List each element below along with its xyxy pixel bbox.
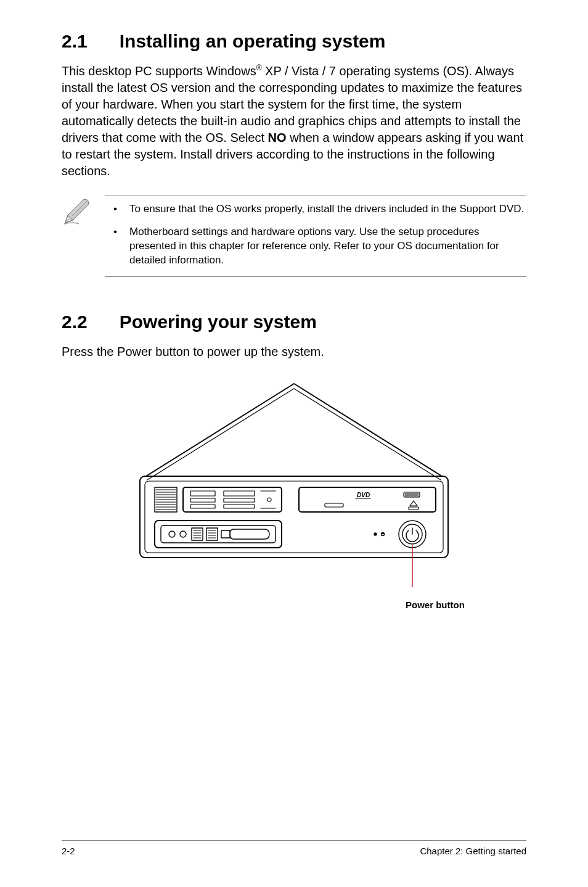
svg-rect-25 bbox=[299, 487, 436, 512]
section-number: 2.1 bbox=[62, 31, 88, 52]
section-number: 2.2 bbox=[62, 311, 88, 332]
svg-rect-38 bbox=[192, 528, 203, 540]
svg-rect-21 bbox=[224, 505, 255, 508]
section-1-body: This desktop PC supports Windows® XP / V… bbox=[62, 63, 526, 179]
svg-rect-17 bbox=[190, 498, 215, 502]
svg-rect-3 bbox=[140, 476, 448, 558]
svg-point-37 bbox=[180, 531, 186, 537]
note-item: To ensure that the OS works properly, in… bbox=[105, 202, 526, 217]
svg-point-49 bbox=[374, 533, 377, 535]
power-button-label: Power button bbox=[406, 600, 526, 610]
chapter-label: Chapter 2: Getting started bbox=[420, 846, 526, 856]
svg-rect-43 bbox=[206, 528, 218, 540]
svg-rect-19 bbox=[224, 491, 255, 496]
page-number: 2-2 bbox=[62, 846, 75, 856]
svg-rect-32 bbox=[325, 503, 343, 507]
svg-text:DVD: DVD bbox=[357, 492, 370, 498]
svg-rect-4 bbox=[145, 481, 443, 553]
pencil-note-icon bbox=[62, 196, 105, 230]
svg-point-36 bbox=[169, 531, 175, 537]
section-title: Installing an operating system bbox=[120, 31, 386, 51]
section-heading-2-2: 2.2Powering your system bbox=[62, 311, 526, 332]
section-2-body: Press the Power button to power up the s… bbox=[62, 344, 526, 360]
svg-rect-34 bbox=[155, 521, 282, 548]
device-diagram: DVD bbox=[62, 377, 526, 610]
section-heading-2-1: 2.1Installing an operating system bbox=[62, 31, 526, 52]
note-block: To ensure that the OS works properly, in… bbox=[62, 196, 526, 277]
svg-rect-18 bbox=[190, 505, 215, 508]
svg-rect-35 bbox=[161, 526, 276, 543]
svg-point-22 bbox=[267, 498, 271, 501]
svg-rect-16 bbox=[190, 491, 215, 496]
section-title: Powering your system bbox=[120, 311, 317, 332]
page-footer: 2-2 Chapter 2: Getting started bbox=[62, 840, 526, 856]
svg-rect-20 bbox=[224, 498, 255, 502]
note-item: Motherboard settings and hardware option… bbox=[105, 225, 526, 268]
svg-rect-33 bbox=[409, 507, 419, 510]
note-content: To ensure that the OS works properly, in… bbox=[105, 196, 526, 277]
svg-rect-48 bbox=[221, 530, 230, 538]
